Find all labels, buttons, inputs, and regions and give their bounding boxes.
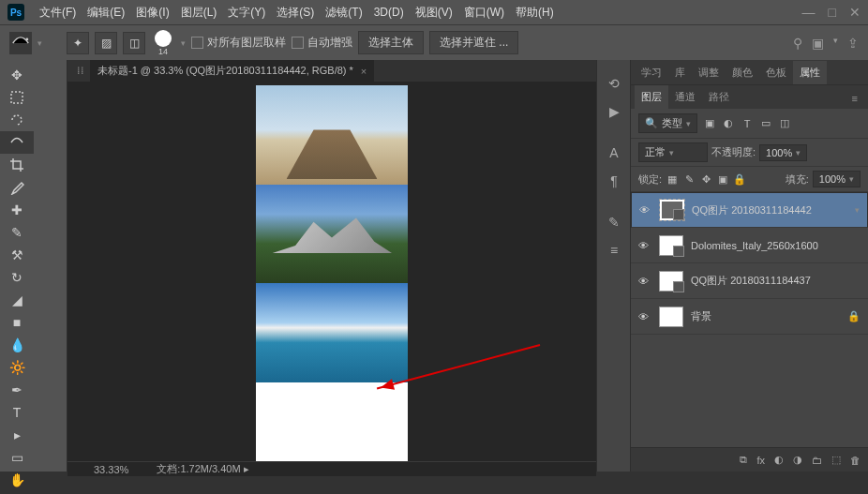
tab-handle-icon[interactable]: ⁞⁞ [77, 65, 84, 78]
select-and-mask-button[interactable]: 选择并遮住 ... [429, 31, 518, 54]
menu-select[interactable]: 选择(S) [271, 5, 320, 21]
brush-settings-icon[interactable]: ▨ [95, 32, 117, 54]
layer-thumbnail[interactable] [659, 235, 683, 256]
new-layer-icon[interactable]: ⬚ [831, 454, 841, 466]
zoom-level[interactable]: 33.33% [94, 464, 128, 475]
visibility-icon[interactable]: 👁 [639, 204, 652, 216]
chevron-down-icon[interactable]: ▾ [37, 38, 42, 48]
current-tool-icon[interactable] [9, 32, 32, 54]
select-subject-button[interactable]: 选择主体 [358, 31, 424, 54]
chevron-down-icon[interactable]: ▾ [833, 36, 838, 51]
maximize-icon[interactable]: □ [829, 5, 836, 20]
menu-layer[interactable]: 图层(L) [175, 5, 223, 21]
workspace-icon[interactable]: ▣ [812, 36, 824, 51]
brushes-panel-icon[interactable]: ✎ [597, 208, 631, 236]
healing-tool[interactable]: ✚ [0, 199, 34, 221]
blur-tool[interactable]: 💧 [0, 334, 34, 356]
fx-icon[interactable]: fx [756, 455, 765, 466]
lock-all-icon[interactable]: 🔒 [733, 172, 746, 186]
visibility-icon[interactable]: 👁 [638, 311, 651, 322]
tab-layers[interactable]: 图层 [635, 85, 668, 109]
link-layers-icon[interactable]: ⧉ [740, 454, 747, 466]
lock-artboard-icon[interactable]: ▣ [716, 172, 729, 186]
layer-name[interactable]: Dolomites_Italy_2560x1600 [691, 240, 861, 251]
tab-adjust[interactable]: 调整 [692, 61, 726, 84]
delete-icon[interactable]: 🗑 [850, 455, 861, 466]
filter-smart-icon[interactable]: ◫ [778, 117, 791, 130]
tab-properties[interactable]: 属性 [793, 61, 827, 84]
menu-view[interactable]: 视图(V) [410, 5, 458, 21]
visibility-icon[interactable]: 👁 [638, 276, 651, 287]
mask-icon[interactable]: ◐ [774, 454, 784, 466]
canvas[interactable] [256, 85, 408, 461]
group-icon[interactable]: 🗀 [812, 455, 822, 466]
layer-row[interactable]: 👁 Dolomites_Italy_2560x1600 [631, 228, 868, 263]
paragraph-panel-icon[interactable]: ¶ [597, 167, 631, 195]
menu-help[interactable]: 帮助(H) [510, 5, 560, 21]
layer-name[interactable]: QQ图片 20180311184442 [692, 203, 847, 217]
tab-swatches[interactable]: 色板 [759, 61, 793, 84]
gradient-tool[interactable]: ■ [0, 311, 34, 334]
search-icon[interactable]: ⚲ [793, 36, 802, 51]
brush-preset-icon[interactable]: ✦ [67, 32, 89, 54]
brush-settings-panel-icon[interactable]: ≡ [597, 236, 631, 264]
hand-tool[interactable]: ✋ [0, 469, 34, 491]
lock-pixel-icon[interactable]: ✎ [682, 172, 696, 186]
marquee-tool[interactable] [0, 86, 34, 109]
layer-name[interactable]: 背景 [691, 309, 840, 323]
brush-tool[interactable]: ✎ [0, 221, 34, 244]
filter-image-icon[interactable]: ▣ [703, 117, 716, 130]
panel-menu-icon[interactable]: ≡ [846, 88, 864, 109]
close-icon[interactable]: ✕ [849, 5, 861, 20]
auto-enhance-checkbox[interactable]: 自动增强 [292, 35, 352, 51]
lock-position-icon[interactable]: ✥ [699, 172, 712, 186]
document-tab[interactable]: 未标题-1 @ 33.3% (QQ图片20180311184442, RGB/8… [90, 60, 374, 82]
tab-close-icon[interactable]: × [361, 66, 367, 77]
menu-file[interactable]: 文件(F) [34, 5, 82, 21]
layer-thumbnail[interactable] [660, 200, 684, 220]
tab-study[interactable]: 学习 [635, 61, 668, 84]
brush-panel-icon[interactable]: ◫ [123, 32, 145, 54]
history-brush-tool[interactable]: ↻ [0, 266, 34, 289]
dodge-tool[interactable]: 🔆 [0, 356, 34, 379]
chevron-down-icon[interactable]: ▾ [181, 38, 186, 48]
menu-3d[interactable]: 3D(D) [368, 6, 410, 19]
tab-channels[interactable]: 通道 [668, 85, 702, 109]
stamp-tool[interactable]: ⚒ [0, 244, 34, 266]
menu-filter[interactable]: 滤镜(T) [320, 5, 367, 21]
filter-shape-icon[interactable]: ▭ [759, 117, 772, 130]
actions-panel-icon[interactable]: ▶ [597, 97, 631, 126]
share-icon[interactable]: ⇪ [847, 36, 859, 51]
menu-text[interactable]: 文字(Y) [222, 5, 271, 21]
layer-thumbnail[interactable] [659, 307, 683, 327]
path-select-tool[interactable]: ▸ [0, 424, 34, 446]
sample-all-layers-checkbox[interactable]: 对所有图层取样 [191, 35, 286, 51]
layer-row[interactable]: 👁 背景 🔒 [631, 299, 868, 335]
doc-size[interactable]: 文档:1.72M/3.40M ▸ [157, 462, 248, 476]
opacity-value[interactable]: 100% [759, 144, 807, 161]
blend-mode-select[interactable]: 正常 [638, 142, 708, 162]
menu-image[interactable]: 图像(I) [130, 5, 174, 21]
tab-library[interactable]: 库 [668, 61, 692, 84]
tab-paths[interactable]: 路径 [702, 85, 736, 109]
layer-thumbnail[interactable] [659, 271, 683, 292]
character-panel-icon[interactable]: A [597, 139, 631, 167]
layer-filter-select[interactable]: 🔍 类型 [638, 113, 697, 133]
layer-name[interactable]: QQ图片 20180311184437 [691, 274, 861, 288]
filter-text-icon[interactable]: T [741, 117, 754, 130]
layer-row[interactable]: 👁 QQ图片 20180311184437 [631, 263, 868, 299]
brush-size-preview[interactable] [155, 30, 172, 47]
eyedropper-tool[interactable] [0, 176, 34, 199]
fill-value[interactable]: 100% [813, 171, 861, 187]
eraser-tool[interactable]: ◢ [0, 289, 34, 311]
history-panel-icon[interactable]: ⟲ [597, 69, 631, 97]
quick-select-tool[interactable] [0, 131, 34, 154]
filter-adjust-icon[interactable]: ◐ [722, 117, 735, 130]
visibility-icon[interactable]: 👁 [638, 240, 651, 251]
minimize-icon[interactable]: — [802, 5, 816, 20]
tab-color[interactable]: 颜色 [726, 61, 759, 84]
crop-tool[interactable] [0, 154, 34, 176]
pen-tool[interactable]: ✒ [0, 379, 34, 401]
move-tool[interactable]: ✥ [0, 64, 34, 86]
adjustment-icon[interactable]: ◑ [793, 454, 802, 466]
